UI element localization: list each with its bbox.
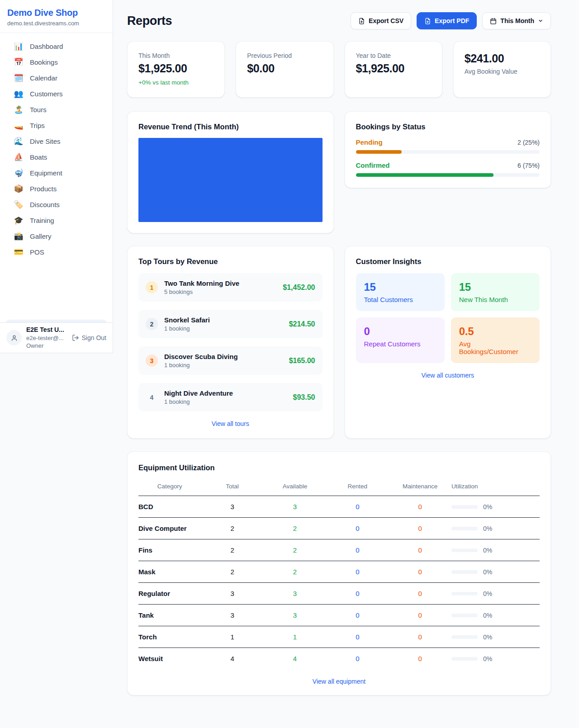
- status-bar-fill: [356, 173, 494, 177]
- user-meta: E2E Test U... e2e-tester@... Owner: [26, 326, 64, 350]
- equipment-total: 2: [201, 561, 263, 583]
- equipment-row: Dive Computer 2 2 0 0 0%: [138, 518, 540, 539]
- equipment-column-header: Utilization: [451, 478, 540, 496]
- export-csv-label: Export CSV: [369, 17, 403, 24]
- stat-label: Year to Date: [356, 52, 431, 59]
- tour-bookings: 5 bookings: [164, 288, 239, 295]
- customer-insights-title: Customer Insights: [356, 257, 540, 266]
- nav-item-icon: 🚤: [13, 122, 24, 129]
- shop-domain: demo.test.divestreams.com: [7, 20, 105, 27]
- equipment-maintenance: 0: [389, 539, 451, 561]
- utilization-percent: 0%: [483, 590, 492, 597]
- tour-name: Snorkel Safari: [164, 316, 210, 324]
- utilization-bar-track: [451, 635, 478, 639]
- bookings-by-status-title: Bookings by Status: [356, 123, 540, 131]
- equipment-rented: 0: [326, 518, 389, 539]
- tour-name: Two Tank Morning Dive: [164, 279, 239, 287]
- sidebar-nav-item[interactable]: 📦 Products: [0, 181, 113, 197]
- status-row: Confirmed 6 (75%): [356, 161, 540, 177]
- insight-label: Avg Bookings/Customer: [459, 340, 532, 355]
- tour-row[interactable]: 3 Discover Scuba Diving 1 booking $165.0…: [138, 346, 323, 375]
- utilization-bar-track: [451, 570, 478, 574]
- insight-tile: 15 New This Month: [451, 273, 540, 311]
- utilization-bar-track: [451, 505, 478, 509]
- sidebar-user-footer: E2E Test U... e2e-tester@... Owner Sign …: [0, 322, 113, 353]
- equipment-available: 3: [264, 583, 326, 605]
- sign-out-button[interactable]: Sign Out: [72, 334, 106, 341]
- equipment-utilization-card: Equipment Utilization CategoryTotalAvail…: [127, 451, 551, 695]
- tour-rank-badge: 1: [146, 281, 158, 293]
- sidebar-nav-item[interactable]: 🎓 Training: [0, 213, 113, 228]
- equipment-category: Torch: [138, 626, 201, 648]
- sidebar: Demo Dive Shop demo.test.divestreams.com…: [0, 0, 113, 353]
- sidebar-nav-item[interactable]: 💳 POS: [0, 244, 113, 260]
- avatar: [6, 330, 22, 345]
- nav-item-label: Calendar: [30, 74, 57, 82]
- nav-item-icon: 📸: [13, 232, 24, 240]
- shop-name: Demo Dive Shop: [7, 8, 105, 18]
- nav-item-icon: 📊: [13, 43, 24, 50]
- utilization-bar-track: [451, 614, 478, 617]
- tour-bookings: 1 booking: [164, 325, 210, 332]
- sidebar-header: Demo Dive Shop demo.test.divestreams.com: [0, 0, 113, 33]
- nav-item-label: POS: [30, 248, 44, 256]
- insight-tile: 0.5 Avg Bookings/Customer: [451, 317, 540, 363]
- nav-item-label: Equipment: [30, 169, 62, 177]
- file-download-icon: [424, 18, 431, 24]
- tour-rank-badge: 2: [146, 318, 158, 330]
- equipment-column-header: Available: [264, 478, 326, 496]
- sidebar-nav-item[interactable]: ⛵ Boats: [0, 149, 113, 165]
- stat-value: $0.00: [247, 62, 322, 75]
- equipment-total: 3: [201, 496, 263, 518]
- bookings-by-status-card: Bookings by Status Pending 2 (25%): [345, 111, 551, 188]
- export-csv-button[interactable]: Export CSV: [351, 12, 411, 29]
- stat-label: Previous Period: [247, 52, 322, 59]
- period-dropdown[interactable]: This Month: [482, 12, 551, 29]
- equipment-available: 4: [264, 648, 326, 670]
- equipment-maintenance: 0: [389, 583, 451, 605]
- sidebar-nav-item[interactable]: 📊 Dashboard: [0, 38, 113, 54]
- sidebar-nav-item[interactable]: 📅 Bookings: [0, 54, 113, 70]
- sidebar-nav-item[interactable]: 📸 Gallery: [0, 228, 113, 244]
- tour-row[interactable]: 1 Two Tank Morning Dive 5 bookings $1,45…: [138, 273, 323, 302]
- sidebar-nav-item[interactable]: 🚤 Trips: [0, 118, 113, 133]
- sidebar-nav-item[interactable]: 🏝️ Tours: [0, 102, 113, 118]
- view-all-customers-link[interactable]: View all customers: [356, 372, 540, 379]
- utilization-percent: 0%: [483, 547, 492, 554]
- utilization-cell: 0%: [451, 547, 540, 554]
- sidebar-nav-item[interactable]: 👥 Customers: [0, 86, 113, 102]
- equipment-row: Mask 2 2 0 0 0%: [138, 561, 540, 583]
- page-header: Reports Export CSV Export PDF This Month: [127, 12, 551, 29]
- view-all-equipment-link[interactable]: View all equipment: [138, 678, 540, 685]
- sidebar-nav-item[interactable]: 🤿 Equipment: [0, 165, 113, 181]
- page-title: Reports: [127, 14, 172, 28]
- nav-item-label: Customers: [30, 90, 63, 98]
- utilization-bar-track: [451, 592, 478, 596]
- insight-tile: 0 Repeat Customers: [356, 317, 445, 363]
- tour-revenue: $93.50: [293, 393, 315, 402]
- stat-delta: +0% vs last month: [138, 79, 214, 86]
- sidebar-nav-item[interactable]: 🏷️ Discounts: [0, 197, 113, 213]
- sidebar-nav-item[interactable]: 🗓️ Calendar: [0, 70, 113, 86]
- tour-row[interactable]: 4 Night Dive Adventure 1 booking $93.50: [138, 383, 323, 411]
- sidebar-nav-item[interactable]: 🌊 Dive Sites: [0, 133, 113, 149]
- utilization-cell: 0%: [451, 655, 540, 662]
- utilization-percent: 0%: [483, 612, 492, 619]
- tour-info: Two Tank Morning Dive 5 bookings: [164, 279, 239, 295]
- export-pdf-button[interactable]: Export PDF: [417, 12, 477, 29]
- equipment-total: 2: [201, 539, 263, 561]
- stat-value: $1,925.00: [138, 62, 214, 75]
- equipment-category: Dive Computer: [138, 518, 201, 539]
- view-all-tours-link[interactable]: View all tours: [138, 420, 323, 427]
- tour-row[interactable]: 2 Snorkel Safari 1 booking $214.50: [138, 310, 323, 338]
- equipment-available: 2: [264, 561, 326, 583]
- logout-icon: [72, 334, 79, 341]
- revenue-trend-card: Revenue Trend (This Month): [127, 111, 334, 233]
- nav-item-icon: 🌊: [13, 137, 24, 145]
- status-count: 2 (25%): [517, 139, 540, 146]
- nav-item-label: Discounts: [30, 201, 60, 208]
- insight-value: 0: [364, 325, 437, 338]
- stat-value: $1,925.00: [356, 62, 431, 75]
- stat-card-year-to-date: Year to Date $1,925.00: [345, 41, 442, 98]
- tour-revenue: $1,452.00: [283, 284, 315, 292]
